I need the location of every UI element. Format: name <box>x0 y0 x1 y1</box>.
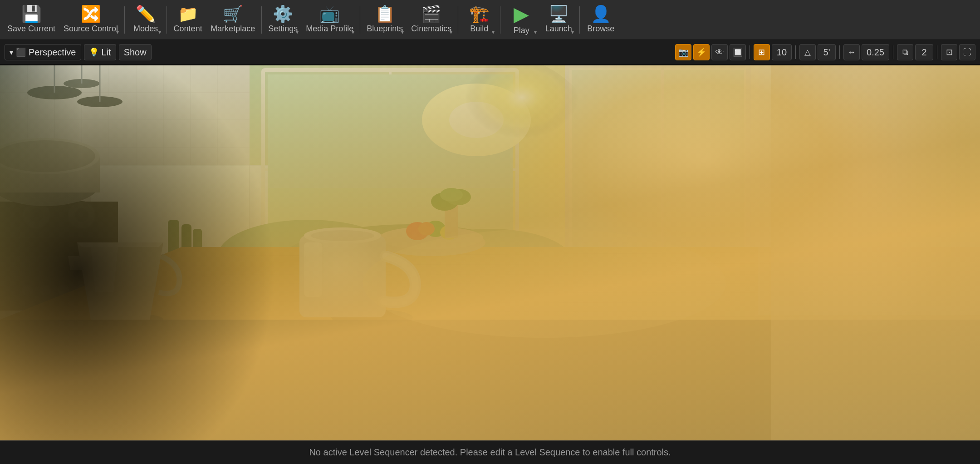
content-icon: 📁 <box>178 6 198 22</box>
content-label: Content <box>174 24 202 34</box>
build-caret: ▾ <box>492 29 495 35</box>
settings-icon: ⚙️ <box>273 6 293 22</box>
play-caret: ▾ <box>534 29 537 35</box>
toolbar-separator-3 <box>261 6 262 34</box>
show-label: Show <box>124 47 147 58</box>
blueprints-caret: ▾ <box>401 29 404 35</box>
scale-value-button[interactable]: 0.25 <box>862 44 889 60</box>
media-profile-icon: 📺 <box>319 6 340 22</box>
source-control-label: Source Control <box>64 24 118 34</box>
save-current-label: Save Current <box>7 24 55 34</box>
toolbar-separator-6 <box>500 6 500 34</box>
perspective-label: Perspective <box>29 47 76 58</box>
scene-lighting-overlay <box>0 65 980 440</box>
save-current-button[interactable]: 💾 Save Current <box>4 2 59 38</box>
layer-value: 2 <box>921 47 926 58</box>
blueprints-button[interactable]: 📋 Blueprints ▾ <box>363 2 407 38</box>
toolbar-separator-4 <box>360 6 360 34</box>
modes-icon: ✏️ <box>136 6 156 22</box>
maximize-icon[interactable]: ⛶ <box>959 44 975 60</box>
toolbar-separator-2 <box>167 6 167 34</box>
browse-button[interactable]: 👤 Browse <box>583 2 619 38</box>
cinematics-button[interactable]: 🎬 Cinematics ▾ <box>407 2 455 38</box>
vt-sep-1 <box>750 45 750 59</box>
view-options-icon[interactable]: 👁 <box>711 44 728 60</box>
content-button[interactable]: 📁 Content <box>170 2 206 38</box>
perspective-icon: ⬛ <box>16 47 26 57</box>
browse-icon: 👤 <box>591 6 611 22</box>
build-label: Build <box>470 24 488 34</box>
launch-button[interactable]: 🖥️ Launch ▾ <box>540 2 577 38</box>
settings-caret: ▾ <box>296 29 299 35</box>
grid-value-button[interactable]: 10 <box>772 44 792 60</box>
vt-sep-5 <box>937 45 937 59</box>
scale-value: 0.25 <box>867 47 884 58</box>
blueprints-icon: 📋 <box>375 6 395 22</box>
split-viewport-icon[interactable]: ⊡ <box>941 44 957 60</box>
snap-value-button[interactable]: 5' <box>818 44 836 60</box>
cinematics-caret: ▾ <box>450 29 452 35</box>
build-button[interactable]: 🏗️ Build ▾ <box>461 2 497 38</box>
vt-sep-4 <box>893 45 893 59</box>
viewport-toolbar: ▾ ⬛ Perspective 💡 Lit Show 📷 ⚡ 👁 🔲 ⊞ 10 … <box>0 40 980 65</box>
media-profile-button[interactable]: 📺 Media Profile ▾ <box>302 2 357 38</box>
launch-caret: ▾ <box>571 29 574 35</box>
viewport-type-icon[interactable]: 🔲 <box>730 44 746 60</box>
toolbar-separator-7 <box>579 6 580 34</box>
statusbar: No active Level Sequencer detected. Plea… <box>0 440 980 464</box>
perspective-dropdown[interactable]: ▾ ⬛ Perspective <box>5 44 81 60</box>
cinematics-label: Cinematics <box>411 24 451 34</box>
play-icon: ▶ <box>514 4 529 24</box>
layer-icon[interactable]: ⧉ <box>897 44 913 60</box>
camera-mode-icon[interactable]: 📷 <box>675 44 691 60</box>
play-button[interactable]: ▶ Play ▾ <box>503 2 539 38</box>
source-control-caret: ▾ <box>116 29 119 35</box>
browse-label: Browse <box>587 24 614 34</box>
marketplace-icon: 🛒 <box>223 6 243 22</box>
realtime-icon[interactable]: ⚡ <box>693 44 710 60</box>
save-icon: 💾 <box>21 6 42 22</box>
cinematics-icon: 🎬 <box>421 6 441 22</box>
marketplace-button[interactable]: 🛒 Marketplace <box>207 2 259 38</box>
source-control-button[interactable]: 🔀 Source Control ▾ <box>60 2 122 38</box>
layer-value-button[interactable]: 2 <box>915 44 933 60</box>
snap-value: 5' <box>823 47 830 58</box>
perspective-down-icon: ▾ <box>10 48 13 57</box>
blueprints-label: Blueprints <box>367 24 403 34</box>
lit-dropdown[interactable]: 💡 Lit <box>84 44 116 60</box>
modes-button[interactable]: ✏️ Modes ▾ <box>127 2 164 38</box>
grid-value: 10 <box>777 47 787 58</box>
modes-caret: ▾ <box>158 29 161 35</box>
lit-label: Lit <box>102 47 111 58</box>
play-label: Play <box>514 26 529 35</box>
vt-sep-3 <box>839 45 840 59</box>
media-profile-label: Media Profile <box>306 24 353 34</box>
build-icon: 🏗️ <box>469 6 490 22</box>
settings-label: Settings <box>268 24 298 34</box>
marketplace-label: Marketplace <box>211 24 255 34</box>
viewport-toolbar-right: 📷 ⚡ 👁 🔲 ⊞ 10 △ 5' ↔ 0.25 ⧉ 2 ⊡ ⛶ <box>675 44 975 60</box>
source-control-icon: 🔀 <box>81 6 101 22</box>
vt-sep-2 <box>795 45 796 59</box>
launch-icon: 🖥️ <box>549 6 569 22</box>
media-profile-caret: ▾ <box>352 29 354 35</box>
show-dropdown[interactable]: Show <box>119 44 152 60</box>
3d-viewport[interactable] <box>0 65 980 440</box>
launch-label: Launch <box>545 24 572 34</box>
modes-label: Modes <box>133 24 158 34</box>
grid-snap-icon[interactable]: ⊞ <box>754 44 770 60</box>
scale-snap-icon[interactable]: ↔ <box>843 44 860 60</box>
toolbar-separator-5 <box>458 6 458 34</box>
statusbar-message: No active Level Sequencer detected. Plea… <box>309 447 671 458</box>
lit-icon: 💡 <box>89 47 99 57</box>
settings-button[interactable]: ⚙️ Settings ▾ <box>265 2 301 38</box>
rotation-snap-icon[interactable]: △ <box>799 44 816 60</box>
toolbar-separator-1 <box>124 6 125 34</box>
main-toolbar: 💾 Save Current 🔀 Source Control ▾ ✏️ Mod… <box>0 0 980 40</box>
